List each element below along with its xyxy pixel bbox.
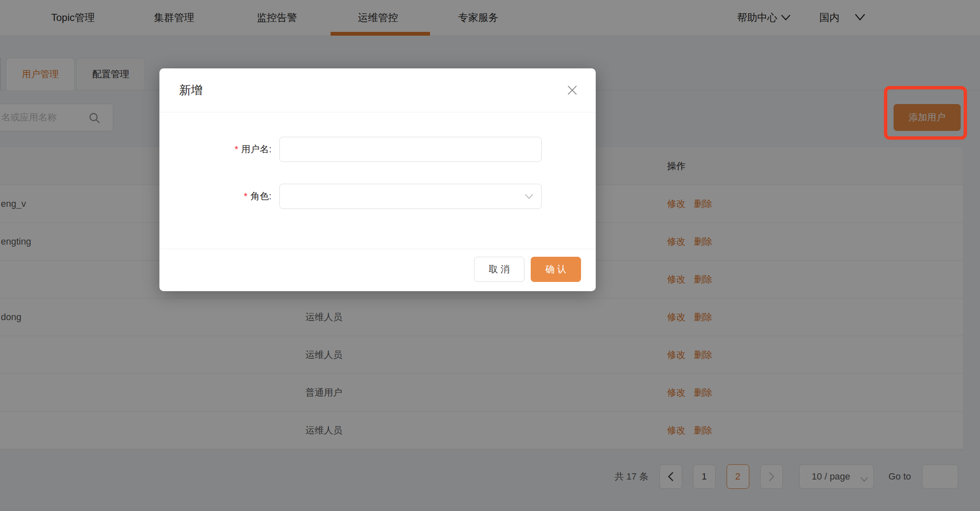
app-window: Topic管理 集群管理 监控告警 运维管控 专家服务 帮助中心 国内 — [0, 0, 980, 511]
close-icon[interactable] — [566, 84, 578, 96]
username-field[interactable] — [279, 137, 542, 162]
username-label-text: 用户名: — [241, 143, 271, 156]
role-label-text: 角色: — [250, 190, 271, 203]
chevron-down-icon — [524, 193, 534, 201]
required-mark: * — [244, 191, 248, 202]
role-select[interactable] — [279, 184, 542, 209]
modal-footer-divider — [159, 249, 596, 249]
modal-header-divider — [159, 112, 596, 112]
required-mark: * — [235, 144, 238, 155]
role-field-label: * 角色: — [159, 184, 271, 209]
add-user-modal: 新增 * 用户名: * 角色: 取 消 确 认 — [159, 68, 596, 291]
confirm-button[interactable]: 确 认 — [531, 257, 581, 282]
modal-title: 新增 — [179, 68, 203, 112]
cancel-button[interactable]: 取 消 — [474, 257, 524, 282]
username-field-label: * 用户名: — [159, 137, 271, 162]
